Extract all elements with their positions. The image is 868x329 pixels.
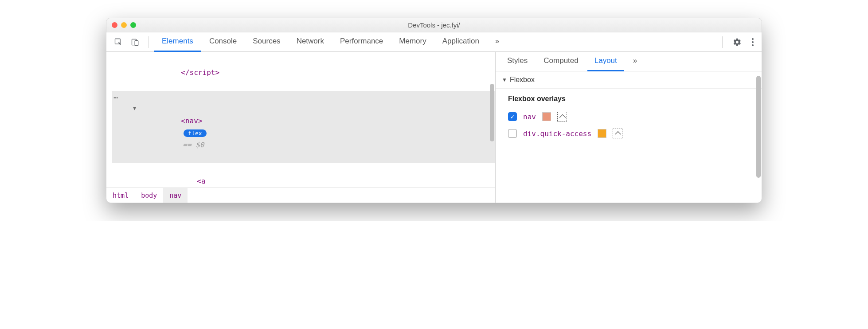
dom-line-script-close[interactable]: </script​> <box>112 55 495 91</box>
devtools-window: DevTools - jec.fyi/ Elements Console Sou… <box>106 18 762 203</box>
tab-elements[interactable]: Elements <box>154 32 201 52</box>
toolbar-divider <box>148 36 149 48</box>
disclosure-triangle-icon: ▼ <box>502 77 507 83</box>
crumb-nav[interactable]: nav <box>163 188 188 203</box>
side-scrollbar[interactable] <box>756 76 761 178</box>
dom-tree[interactable]: </script​> ▼ <nav> flex == $0 <a id="log… <box>106 52 495 188</box>
overlay-row-quick-access: div.quick-access <box>496 125 762 142</box>
side-tabs-overflow-icon[interactable]: » <box>626 52 644 71</box>
overlay-label[interactable]: nav <box>523 113 536 121</box>
tabs-overflow-icon[interactable]: » <box>487 32 507 52</box>
device-toolbar-icon[interactable] <box>128 35 143 50</box>
dom-scrollbar[interactable] <box>490 84 494 141</box>
inspect-element-icon[interactable] <box>111 35 126 50</box>
tab-console[interactable]: Console <box>201 32 245 52</box>
overlay-label[interactable]: div.quick-access <box>523 129 591 138</box>
overlay-options-icon[interactable] <box>613 129 622 138</box>
side-tab-computed[interactable]: Computed <box>536 52 585 71</box>
elements-panel: </script​> ▼ <nav> flex == $0 <a id="log… <box>106 52 496 203</box>
window-title: DevTools - jec.fyi/ <box>106 21 762 29</box>
overlay-options-icon[interactable] <box>557 112 567 121</box>
toolbar-right <box>719 35 757 50</box>
svg-rect-2 <box>135 40 138 45</box>
tab-memory[interactable]: Memory <box>391 32 434 52</box>
tab-application[interactable]: Application <box>434 32 487 52</box>
styles-side-panel: Styles Computed Layout » ▼ Flexbox Flexb… <box>496 52 762 203</box>
dom-line-anchor[interactable]: <a id="logo" href="/">Page title</a> <box>112 163 495 188</box>
crumb-html[interactable]: html <box>106 188 135 203</box>
toolbar-divider <box>722 36 723 48</box>
more-menu-icon[interactable] <box>748 38 757 46</box>
breadcrumb: html body nav <box>106 188 495 203</box>
tab-network[interactable]: Network <box>289 32 332 52</box>
overlay-checkbox-nav[interactable]: ✓ <box>508 112 517 121</box>
overlay-row-nav: ✓ nav <box>496 108 762 125</box>
selected-node-ref: == $0 <box>183 141 204 149</box>
crumb-body[interactable]: body <box>135 188 163 203</box>
flex-badge[interactable]: flex <box>184 129 206 137</box>
side-tab-layout[interactable]: Layout <box>587 52 624 71</box>
main-toolbar: Elements Console Sources Network Perform… <box>106 32 762 52</box>
flexbox-section-header[interactable]: ▼ Flexbox <box>496 71 762 89</box>
side-tabs: Styles Computed Layout » <box>496 52 762 71</box>
flexbox-overlays-title: Flexbox overlays <box>496 89 762 108</box>
panels-body: </script​> ▼ <nav> flex == $0 <a id="log… <box>106 52 762 203</box>
dom-line-nav-open[interactable]: ▼ <nav> flex == $0 <box>112 91 495 163</box>
settings-gear-icon[interactable] <box>730 35 745 50</box>
tab-performance[interactable]: Performance <box>332 32 391 52</box>
tab-sources[interactable]: Sources <box>245 32 288 52</box>
color-swatch-icon[interactable] <box>542 112 551 121</box>
side-tab-styles[interactable]: Styles <box>500 52 535 71</box>
expand-arrow-icon[interactable]: ▼ <box>133 104 136 113</box>
overlay-checkbox-quick-access[interactable] <box>508 129 517 138</box>
main-tabs: Elements Console Sources Network Perform… <box>154 32 717 52</box>
color-swatch-icon[interactable] <box>598 129 606 138</box>
window-titlebar: DevTools - jec.fyi/ <box>106 18 762 32</box>
